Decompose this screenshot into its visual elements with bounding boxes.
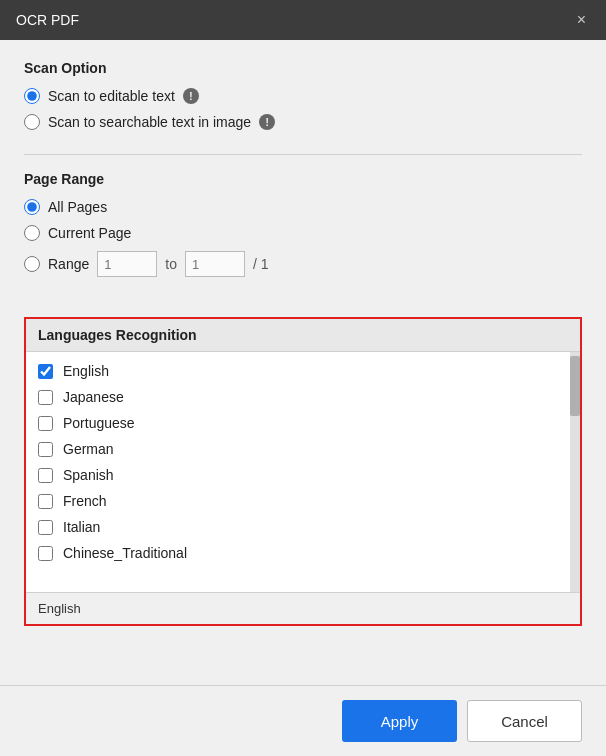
lang-english-checkbox[interactable] <box>38 364 53 379</box>
list-item[interactable]: Spanish <box>26 462 570 488</box>
lang-portuguese-label: Portuguese <box>63 415 135 431</box>
lang-french-label: French <box>63 493 107 509</box>
cancel-button[interactable]: Cancel <box>467 700 582 742</box>
close-button[interactable]: × <box>573 12 590 28</box>
range-total: / 1 <box>253 256 269 272</box>
scan-searchable-info-icon[interactable]: ! <box>259 114 275 130</box>
lang-german-checkbox[interactable] <box>38 442 53 457</box>
selected-language-display: English <box>26 592 580 624</box>
range-from-input[interactable] <box>97 251 157 277</box>
languages-recognition-section: Languages Recognition English Japanese P… <box>24 317 582 626</box>
languages-list-container: English Japanese Portuguese German <box>26 352 580 592</box>
scan-searchable-item: Scan to searchable text in image ! <box>24 114 582 130</box>
languages-header: Languages Recognition <box>26 319 580 352</box>
scan-editable-label: Scan to editable text <box>48 88 175 104</box>
lang-italian-checkbox[interactable] <box>38 520 53 535</box>
all-pages-item: All Pages <box>24 199 582 215</box>
lang-chinese-traditional-checkbox[interactable] <box>38 546 53 561</box>
range-to-input[interactable] <box>185 251 245 277</box>
lang-japanese-label: Japanese <box>63 389 124 405</box>
list-item[interactable]: Portuguese <box>26 410 570 436</box>
range-separator: to <box>165 256 177 272</box>
list-item[interactable]: Italian <box>26 514 570 540</box>
lang-spanish-checkbox[interactable] <box>38 468 53 483</box>
list-item[interactable]: English <box>26 358 570 384</box>
page-range-group: All Pages Current Page Range to / 1 <box>24 199 582 277</box>
languages-list: English Japanese Portuguese German <box>26 352 570 592</box>
lang-german-label: German <box>63 441 114 457</box>
scan-editable-item: Scan to editable text ! <box>24 88 582 104</box>
lang-english-label: English <box>63 363 109 379</box>
dialog-content: Scan Option Scan to editable text ! Scan… <box>0 40 606 685</box>
range-radio[interactable] <box>24 256 40 272</box>
scan-editable-info-icon[interactable]: ! <box>183 88 199 104</box>
lang-chinese-traditional-label: Chinese_Traditional <box>63 545 187 561</box>
divider-1 <box>24 154 582 155</box>
range-row: Range to / 1 <box>24 251 582 277</box>
list-item[interactable]: French <box>26 488 570 514</box>
lang-spanish-label: Spanish <box>63 467 114 483</box>
range-label: Range <box>48 256 89 272</box>
scrollbar-thumb[interactable] <box>570 356 580 416</box>
page-range-section: Page Range All Pages Current Page Range … <box>24 171 582 297</box>
title-bar: OCR PDF × <box>0 0 606 40</box>
all-pages-label: All Pages <box>48 199 107 215</box>
scan-searchable-radio[interactable] <box>24 114 40 130</box>
dialog-footer: Apply Cancel <box>0 685 606 756</box>
lang-japanese-checkbox[interactable] <box>38 390 53 405</box>
ocr-pdf-dialog: OCR PDF × Scan Option Scan to editable t… <box>0 0 606 756</box>
list-item[interactable]: German <box>26 436 570 462</box>
page-range-title: Page Range <box>24 171 582 187</box>
current-page-radio[interactable] <box>24 225 40 241</box>
all-pages-radio[interactable] <box>24 199 40 215</box>
scan-option-group: Scan to editable text ! Scan to searchab… <box>24 88 582 130</box>
scrollbar-track <box>570 352 580 592</box>
list-item[interactable]: Japanese <box>26 384 570 410</box>
lang-italian-label: Italian <box>63 519 100 535</box>
current-page-label: Current Page <box>48 225 131 241</box>
scan-searchable-label: Scan to searchable text in image <box>48 114 251 130</box>
current-page-item: Current Page <box>24 225 582 241</box>
list-item[interactable]: Chinese_Traditional <box>26 540 570 566</box>
scan-editable-radio[interactable] <box>24 88 40 104</box>
lang-portuguese-checkbox[interactable] <box>38 416 53 431</box>
lang-french-checkbox[interactable] <box>38 494 53 509</box>
apply-button[interactable]: Apply <box>342 700 457 742</box>
dialog-title: OCR PDF <box>16 12 79 28</box>
scan-option-title: Scan Option <box>24 60 582 76</box>
